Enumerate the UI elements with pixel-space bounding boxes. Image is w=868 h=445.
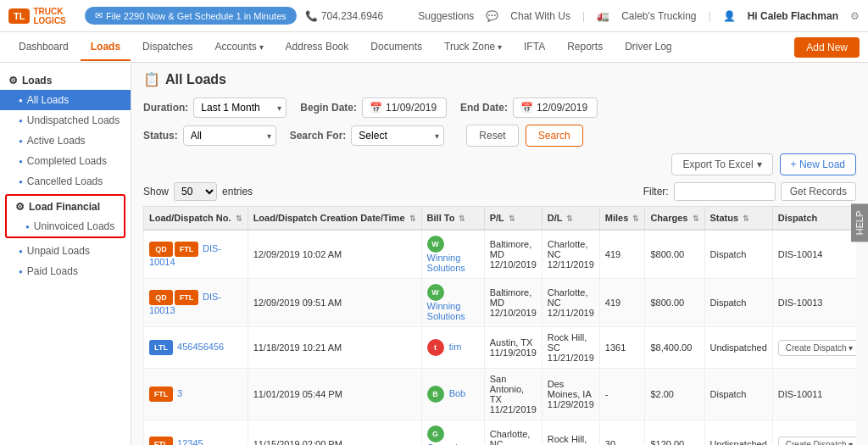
contact-badge: t (427, 339, 444, 356)
td-date: 11/01/2019 05:44 PM (248, 369, 421, 420)
sidebar-item-unpaid-loads[interactable]: ● Unpaid Loads (0, 241, 131, 261)
bill-to-link[interactable]: Winning Solutions (427, 301, 465, 321)
sidebar-financial-title[interactable]: ⚙ Load Financial (7, 196, 124, 216)
td-status: Undispatched (704, 327, 772, 369)
td-charges: $120.00 (645, 420, 704, 446)
filter-input[interactable] (674, 182, 776, 201)
chat-icon: 💬 (486, 10, 498, 22)
bullet-icon: ● (19, 248, 23, 255)
filter-right: Filter: Get Records (643, 182, 856, 201)
nav-truck-zone[interactable]: Truck Zone (434, 34, 512, 61)
table-row: QDFTL DIS-10014 12/09/2019 10:02 AM W Wi… (144, 230, 857, 279)
load-number-link[interactable]: 12345 (177, 438, 203, 445)
load-number-link[interactable]: 456456456 (177, 342, 224, 352)
nav-ifta[interactable]: IFTA (514, 34, 555, 61)
search-button[interactable]: Search (526, 125, 583, 147)
td-dispatch: DIS-10014 (772, 230, 856, 279)
sidebar-item-paid-loads[interactable]: ● Paid Loads (0, 261, 131, 281)
td-status: Dispatch (704, 369, 772, 420)
bill-to-link[interactable]: tim (449, 342, 462, 352)
duration-select[interactable]: Last 1 Month (193, 97, 287, 118)
td-date: 12/09/2019 10:02 AM (248, 230, 421, 279)
loads-gear-icon: ⚙ (8, 75, 18, 86)
th-status[interactable]: Status ⇅ (704, 207, 772, 231)
nav-dashboard[interactable]: Dashboard (8, 34, 79, 61)
page-title-icon: 📋 (143, 71, 160, 87)
search-for-select[interactable]: Select (351, 125, 444, 146)
begin-date-input[interactable]: 📅 11/09/2019 (362, 97, 447, 118)
th-bill-to[interactable]: Bill To ⇅ (421, 207, 484, 231)
nav-bar: Dashboard Loads Dispatches Accounts Addr… (0, 32, 868, 63)
end-date-input[interactable]: 📅 12/09/2019 (513, 97, 598, 118)
add-new-button[interactable]: Add New (794, 37, 860, 58)
reset-button[interactable]: Reset (466, 125, 518, 147)
bullet-icon: ● (19, 268, 23, 275)
nav-accounts[interactable]: Accounts (204, 34, 273, 61)
suggestions-link[interactable]: Suggestions (418, 10, 474, 22)
create-dispatch-button[interactable]: Create Dispatch ▾ (778, 437, 856, 446)
load-number-link[interactable]: 3 (177, 388, 182, 398)
th-dispatch[interactable]: Dispatch (772, 207, 856, 231)
dropdown-icon: ▾ (849, 343, 853, 353)
settings-icon[interactable]: ⚙ (850, 10, 860, 22)
td-status: Dispatch (704, 279, 772, 327)
help-button[interactable]: HELP (851, 203, 868, 242)
nav-driver-log[interactable]: Driver Log (615, 34, 682, 61)
td-pl: Baltimore, MD 12/10/2019 (484, 279, 542, 327)
sidebar-item-undispatched-loads[interactable]: ● Undispatched Loads (0, 110, 131, 131)
search-for-label: Search For: (290, 130, 347, 142)
td-miles: 30 (599, 420, 645, 446)
new-load-button[interactable]: + New Load (780, 153, 856, 175)
sidebar-item-active-loads[interactable]: ● Active Loads (0, 131, 131, 151)
contact-badge: B (427, 386, 444, 403)
badge-ftl: FTL (175, 290, 198, 305)
chat-with-link[interactable]: Chat With Us (510, 10, 570, 22)
nav-documents[interactable]: Documents (360, 34, 432, 61)
get-records-button[interactable]: Get Records (781, 182, 856, 201)
sidebar-item-cancelled-loads[interactable]: ● Cancelled Loads (0, 171, 131, 192)
loads-table: Load/Dispatch No. ⇅ Load/Dispatch Creati… (143, 206, 856, 445)
badge-ftl: FTL (149, 387, 173, 402)
th-miles[interactable]: Miles ⇅ (599, 207, 645, 231)
td-miles: 419 (599, 230, 645, 279)
td-status: Dispatch (704, 230, 772, 279)
end-date-label: End Date: (460, 102, 508, 114)
divider2: | (709, 10, 711, 22)
nav-dispatches[interactable]: Dispatches (132, 34, 203, 61)
top-bar: TL TRUCKLOGICS ✉ File 2290 Now & Get Sch… (0, 0, 868, 32)
nav-address-book[interactable]: Address Book (275, 34, 359, 61)
td-charges: $800.00 (645, 230, 704, 279)
td-status: Undispatched (704, 420, 772, 446)
th-pl[interactable]: P/L ⇅ (484, 207, 542, 231)
end-date-filter: End Date: 📅 12/09/2019 (460, 97, 598, 118)
bullet-icon: ● (19, 97, 23, 104)
td-dl: Rock Hill, SC 11/21/2019 (542, 327, 599, 369)
th-creation-datetime[interactable]: Load/Dispatch Creation Date/Time ⇅ (248, 207, 421, 231)
promo-button[interactable]: ✉ File 2290 Now & Get Schedule 1 in Minu… (85, 7, 297, 25)
status-select-wrapper: All (183, 125, 276, 146)
dropdown-icon: ▾ (849, 440, 853, 446)
td-load-no: FTL 3 (144, 369, 248, 420)
nav-loads[interactable]: Loads (81, 34, 131, 61)
td-load-no: QDFTL DIS-10014 (144, 230, 248, 279)
export-excel-button[interactable]: Export To Excel ▾ (671, 153, 772, 175)
td-miles: - (599, 369, 645, 420)
bill-to-link[interactable]: Winning Solutions (427, 253, 465, 273)
th-charges[interactable]: Charges ⇅ (645, 207, 704, 231)
status-select[interactable]: All (183, 125, 276, 146)
badge-ltl: LTL (149, 340, 173, 355)
nav-reports[interactable]: Reports (557, 34, 613, 61)
bill-to-link[interactable]: Bob (449, 388, 466, 398)
create-dispatch-button[interactable]: Create Dispatch ▾ (778, 340, 856, 356)
sidebar-item-uninvoiced-loads[interactable]: ● Uninvoiced Loads (7, 216, 124, 236)
sidebar-item-completed-loads[interactable]: ● Completed Loads (0, 151, 131, 171)
company-name[interactable]: Caleb's Trucking (621, 10, 696, 22)
promo-text: File 2290 Now & Get Schedule 1 in Minute… (106, 11, 287, 21)
user-icon: 👤 (723, 10, 736, 22)
sidebar-item-all-loads[interactable]: ● All Loads (0, 90, 131, 110)
th-dl[interactable]: D/L ⇅ (542, 207, 599, 231)
filter-label: Filter: (643, 186, 669, 197)
entries-select[interactable]: 50 25 100 (174, 182, 217, 201)
td-pl: Austin, TX 11/19/2019 (484, 327, 542, 369)
th-load-dispatch-no[interactable]: Load/Dispatch No. ⇅ (144, 207, 248, 231)
